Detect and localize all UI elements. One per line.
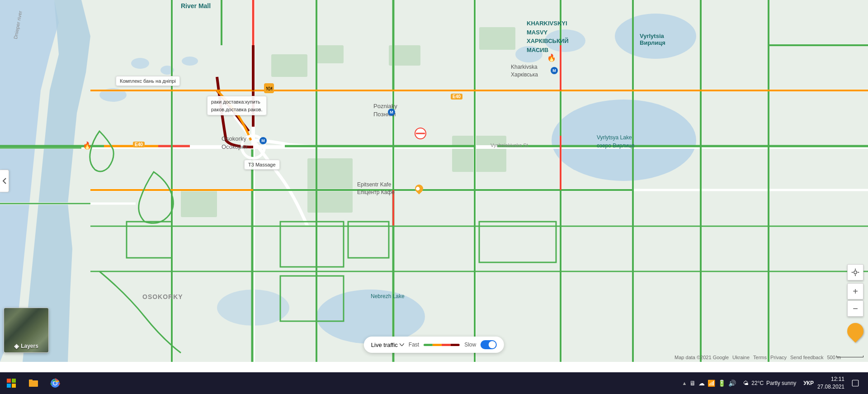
incident-icon-1[interactable]: 🔥 [83, 141, 92, 150]
privacy-link[interactable]: Privacy [770, 355, 787, 360]
tray-icon-3: 📶 [708, 380, 715, 387]
clock[interactable]: 12:11 27.08.2021 [817, 375, 844, 391]
date-display: 27.08.2021 [817, 383, 844, 391]
svg-point-4 [131, 58, 149, 69]
traffic-legend: Live traffic Fast Slow [364, 337, 504, 353]
collapse-sidebar-btn[interactable] [0, 170, 9, 192]
street-view-pegman[interactable] [844, 320, 867, 343]
weather-desc: Partly sunny [766, 380, 796, 386]
e40-badge-2: E40 [451, 94, 462, 100]
send-feedback-link[interactable]: Send feedback [790, 355, 823, 360]
svg-point-5 [160, 66, 174, 75]
svg-rect-73 [280, 276, 344, 321]
e40-badge-1: E40 [133, 142, 145, 147]
temperature: 22°C [751, 380, 764, 386]
taskbar: ▲ 🖥 ☁ 📶 🔋 🔊 🌤 22°C Partly sunny УКР 12:1… [0, 372, 868, 394]
tray-icon-volume[interactable]: 🔊 [728, 380, 736, 387]
svg-rect-76 [479, 222, 556, 262]
svg-rect-11 [271, 54, 307, 77]
tray-icon-2: ☁ [698, 380, 705, 387]
osokorky-label: OsokorkyОсокорки [222, 135, 247, 151]
svg-rect-17 [181, 190, 217, 217]
slow-label: Slow [464, 342, 476, 348]
map-container[interactable]: River Mall Dnieper river Комплекс бань н… [0, 0, 868, 362]
svg-rect-13 [389, 45, 420, 66]
layers-button[interactable]: ◈ Layers [4, 308, 49, 353]
svg-rect-0 [0, 0, 868, 362]
map-attribution: Map data ©2021 Google Ukraine Terms Priv… [675, 355, 841, 360]
weather-icon: 🌤 [743, 380, 749, 386]
layers-label-text: Layers [21, 343, 38, 349]
svg-rect-14 [479, 27, 515, 50]
terms-link[interactable]: Terms [753, 355, 767, 360]
svg-rect-90 [29, 380, 33, 381]
svg-rect-74 [127, 222, 172, 258]
svg-rect-86 [12, 379, 16, 383]
my-location-button[interactable] [847, 264, 863, 280]
fast-label: Fast [409, 342, 419, 348]
svg-point-8 [217, 290, 289, 326]
river-mall-label: River Mall [181, 2, 211, 9]
weather-widget[interactable]: 🌤 22°C Partly sunny [740, 380, 800, 386]
kompleks-label: Комплекс бань на дніпрі [116, 76, 180, 86]
svg-rect-15 [452, 136, 506, 172]
scale-line [836, 356, 863, 357]
zoom-out-button[interactable]: − [847, 300, 863, 317]
t3-massage-label: T3 Massage [244, 160, 280, 170]
traffic-bar [424, 344, 460, 346]
tray-chevron[interactable]: ▲ [682, 380, 687, 386]
vyrlytsia-label: VyrlytsiaВирлиця [640, 33, 665, 46]
svg-rect-72 [280, 222, 344, 267]
time-display: 12:11 [831, 375, 844, 383]
language-button[interactable]: УКР [803, 380, 814, 386]
raky-label: раки доставка:купитьраков.доставка раков… [207, 96, 267, 115]
svg-rect-87 [7, 384, 11, 388]
zoom-controls: + − [847, 283, 863, 317]
dnieper-label: Dnieper river [13, 10, 23, 39]
restaurant-icon-1[interactable]: 🍽 [264, 83, 274, 93]
kharkivskyi-label: KHARKIVSKYIMASVYХАРКІВСЬКИЙМАСИВ [527, 19, 569, 54]
svg-rect-16 [307, 158, 353, 213]
incident-icon-2[interactable]: 🔥 [547, 53, 556, 62]
svg-rect-85 [7, 379, 11, 383]
metro-icon-kharkivska[interactable]: M [551, 67, 558, 74]
svg-rect-89 [29, 380, 38, 387]
traffic-toggle[interactable] [481, 340, 497, 349]
svg-point-6 [182, 57, 198, 66]
ukraine-link[interactable]: Ukraine [732, 355, 750, 360]
tray-icon-1: 🖥 [689, 380, 696, 387]
metro-icon-osokorky[interactable]: M [259, 137, 267, 144]
vyrlytsia-lake-label: Vyrlytsya Lakeозеро Вирлиця [597, 133, 634, 150]
zoom-in-button[interactable]: + [847, 283, 863, 299]
svg-rect-94 [852, 380, 859, 386]
svg-rect-12 [316, 45, 344, 63]
svg-point-3 [99, 88, 127, 102]
notification-button[interactable] [848, 376, 863, 390]
epitsentr-marker[interactable] [413, 183, 425, 194]
file-explorer-button[interactable] [23, 372, 44, 394]
system-tray: ▲ 🖥 ☁ 📶 🔋 🔊 [682, 380, 736, 387]
start-button[interactable] [0, 372, 23, 394]
tray-icon-battery: 🔋 [718, 380, 726, 387]
live-traffic-label: Live traffic [371, 342, 398, 348]
svg-rect-75 [348, 222, 389, 258]
svg-point-78 [415, 128, 426, 139]
traffic-dropdown[interactable]: Live traffic [371, 342, 404, 348]
taskbar-right: ▲ 🖥 ☁ 📶 🔋 🔊 🌤 22°C Partly sunny УКР 12:1… [682, 375, 868, 391]
svg-rect-88 [12, 384, 16, 388]
osokorky-district-label: OSOKORKY [142, 293, 183, 300]
scale-bar [836, 355, 863, 357]
svg-point-80 [854, 271, 857, 274]
svg-point-93 [54, 382, 57, 385]
nebrezh-lake-label: Nebrezh Lake [371, 293, 405, 299]
metro-icon-pozniaky[interactable]: M [388, 109, 395, 116]
map-data-text: Map data ©2021 Google [675, 355, 729, 360]
epitsentr-label: Epitsentr KafeЕпіцентр Кафе [357, 181, 395, 196]
vyshniakivska-label: Vyshniakivska St. [491, 142, 529, 148]
chrome-button[interactable] [44, 372, 66, 394]
kharkivska-label: KharkivskaХарківська [511, 63, 538, 79]
